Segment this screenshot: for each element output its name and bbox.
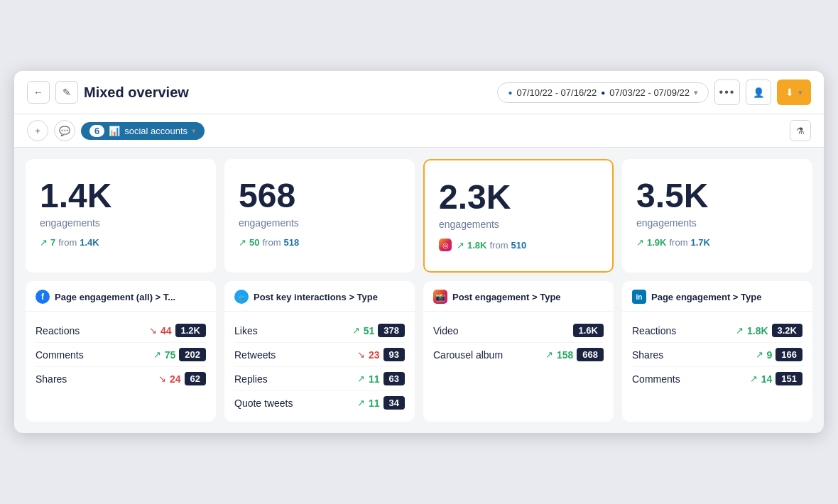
metric-row: Video 1.6K — [433, 319, 604, 343]
chevron-down-icon: ▾ — [694, 88, 698, 97]
facebook-card-title: Page engagement (all) > T... — [55, 292, 175, 302]
date-range-2: 07/03/22 - 07/09/22 — [609, 87, 690, 98]
detail-card-linkedin: in Page engagement > Type Reactions ↗ 1.… — [622, 281, 812, 422]
metric-row: Shares ↘ 24 62 — [36, 367, 206, 390]
stat-from-text-1: from — [262, 237, 281, 248]
stat-change-val-0: 7 — [50, 237, 55, 248]
value-badge: 1.2K — [175, 324, 206, 337]
facebook-card-body: Reactions ↘ 44 1.2K Comments ↗ 75 202 — [26, 312, 216, 398]
detail-card-header-twitter: 🐦 Post key interactions > Type — [224, 281, 415, 312]
stat-from-text-0: from — [58, 237, 77, 248]
instagram-card-title: Post engagement > Type — [452, 292, 561, 302]
stat-change-val-3: 1.9K — [647, 237, 666, 248]
stat-change-2: ◎ ↗ 1.8K from 510 — [439, 239, 598, 251]
metric-row: Shares ↗ 9 166 — [632, 343, 802, 367]
value-badge: 62 — [185, 372, 206, 385]
metric-row: Likes ↗ 51 378 — [234, 319, 405, 343]
metric-row: Comments ↗ 75 202 — [36, 343, 206, 367]
value-badge: 378 — [378, 324, 405, 337]
change-val: 158 — [557, 349, 573, 361]
stat-label-2: engagements — [439, 219, 598, 230]
value-badge: 166 — [776, 348, 802, 361]
app-window: ← ✎ Mixed overview ● 07/10/22 - 07/16/22… — [14, 71, 824, 433]
stat-from-val-1: 518 — [283, 237, 299, 248]
arrow-up-icon: ↗ — [756, 349, 763, 360]
detail-card-twitter: 🐦 Post key interactions > Type Likes ↗ 5… — [224, 281, 415, 422]
stat-value-2: 2.3K — [439, 180, 598, 214]
value-badge: 93 — [383, 348, 405, 361]
instagram-icon: ◎ — [439, 239, 452, 251]
stat-from-text-2: from — [489, 240, 508, 251]
metric-label: Quote tweets — [234, 398, 293, 409]
stat-from-text-3: from — [669, 237, 687, 248]
arrow-up-icon: ↗ — [736, 325, 744, 336]
change-val: 75 — [165, 349, 176, 361]
stat-change-3: ↗ 1.9K from 1.7K — [636, 237, 798, 248]
detail-card-header-facebook: f Page engagement (all) > T... — [26, 281, 216, 312]
back-button[interactable]: ← — [27, 81, 50, 104]
metric-row: Comments ↗ 14 151 — [632, 367, 802, 390]
arrow-down-icon: ↘ — [357, 349, 365, 360]
facebook-icon: f — [36, 290, 50, 304]
metric-right: ↗ 1.8K 3.2K — [736, 324, 802, 337]
page-title: Mixed overview — [84, 84, 189, 101]
stat-value-0: 1.4K — [40, 179, 202, 213]
twitter-card-body: Likes ↗ 51 378 Retweets ↘ 23 93 — [224, 312, 415, 422]
stat-cards-row: 1.4K engagements ↗ 7 from 1.4K 568 engag… — [26, 159, 812, 273]
instagram-icon: 📸 — [433, 290, 447, 304]
add-widget-button[interactable]: + — [27, 120, 48, 141]
arrow-down-icon: ↘ — [149, 325, 157, 336]
arrow-up-icon: ↗ — [357, 398, 365, 408]
detail-cards-row: f Page engagement (all) > T... Reactions… — [26, 281, 812, 422]
stat-card-0: 1.4K engagements ↗ 7 from 1.4K — [26, 159, 216, 273]
metric-right: ↗ 75 202 — [153, 348, 206, 361]
user-button[interactable]: 👤 — [746, 80, 771, 105]
more-button[interactable]: ••• — [714, 80, 740, 105]
metric-label: Likes — [234, 325, 258, 336]
stat-change-val-1: 50 — [249, 237, 259, 248]
download-icon: ⬇ — [785, 87, 794, 98]
social-accounts-button[interactable]: 6 📊 social accounts ▾ — [81, 122, 205, 140]
stat-from-val-3: 1.7K — [690, 237, 709, 248]
user-icon: 👤 — [753, 87, 765, 98]
twitter-icon: 🐦 — [234, 290, 249, 304]
metric-right: 1.6K — [573, 324, 604, 337]
arrow-up-icon: ↗ — [352, 325, 360, 336]
change-val: 23 — [369, 349, 380, 361]
metric-row: Reactions ↗ 1.8K 3.2K — [632, 319, 802, 343]
metric-row: Carousel album ↗ 158 668 — [433, 343, 604, 366]
filter-button[interactable]: ⚗ — [790, 120, 811, 141]
chat-button[interactable]: 💬 — [54, 120, 75, 141]
stat-card-1: 568 engagements ↗ 50 from 518 — [224, 159, 415, 273]
main-content: 1.4K engagements ↗ 7 from 1.4K 568 engag… — [14, 148, 824, 433]
stat-change-val-2: 1.8K — [467, 240, 486, 251]
date-range-selector[interactable]: ● 07/10/22 - 07/16/22 ● 07/03/22 - 07/09… — [497, 82, 709, 103]
metric-label: Comments — [36, 349, 84, 361]
filter-icon: ⚗ — [796, 126, 805, 136]
header-left: ← ✎ Mixed overview — [27, 81, 490, 104]
stat-label-0: engagements — [40, 217, 202, 229]
instagram-card-body: Video 1.6K Carousel album ↗ 158 668 — [423, 312, 614, 373]
metric-row: Replies ↗ 11 63 — [234, 367, 405, 391]
metric-right: ↗ 9 166 — [756, 348, 803, 361]
stat-label-3: engagements — [636, 217, 798, 229]
metric-label: Shares — [632, 349, 663, 361]
metric-right: ↗ 51 378 — [352, 324, 405, 337]
arrow-up-icon: ↗ — [239, 237, 246, 248]
date-range-1: 07/10/22 - 07/16/22 — [516, 87, 597, 98]
change-val: 11 — [369, 398, 380, 409]
arrow-up-icon: ↗ — [357, 373, 365, 384]
date-dot-2: ● — [601, 89, 605, 97]
metric-label: Replies — [234, 373, 268, 385]
edit-button[interactable]: ✎ — [55, 81, 78, 104]
social-count-badge: 6 — [89, 125, 104, 137]
change-val: 9 — [767, 349, 773, 361]
metric-row: Retweets ↘ 23 93 — [234, 343, 405, 367]
stat-label-1: engagements — [239, 217, 401, 229]
export-button[interactable]: ⬇ ▾ — [777, 80, 811, 105]
metric-label: Reactions — [632, 325, 676, 336]
arrow-up-icon: ↗ — [750, 373, 758, 384]
stat-change-1: ↗ 50 from 518 — [239, 237, 401, 248]
arrow-down-icon: ↘ — [158, 373, 166, 384]
detail-card-header-linkedin: in Page engagement > Type — [622, 281, 812, 312]
